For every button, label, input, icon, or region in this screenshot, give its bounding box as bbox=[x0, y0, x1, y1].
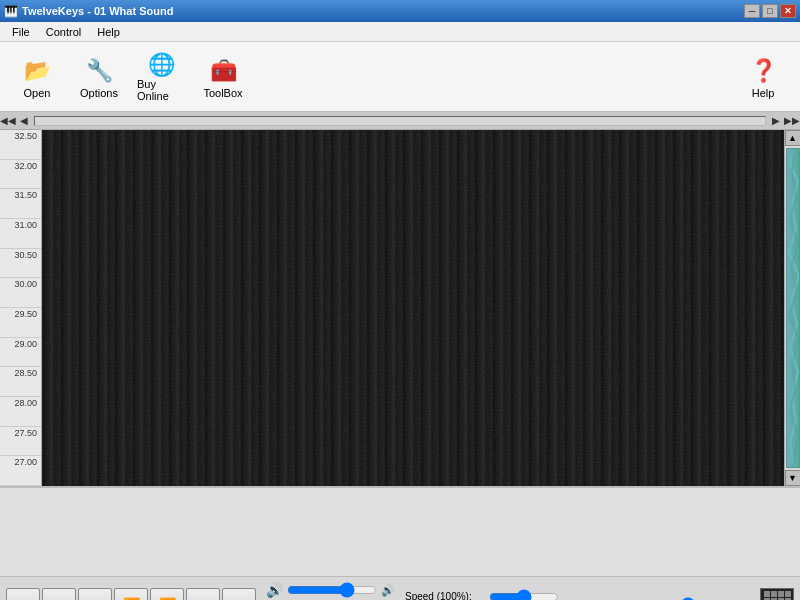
scroll-right-far[interactable]: ▶▶ bbox=[784, 113, 800, 129]
options-icon: 🔧 bbox=[83, 55, 115, 87]
toolbox-icon: 🧰 bbox=[207, 55, 239, 87]
y-label-7: 29.00 bbox=[0, 338, 41, 368]
volume-row: 🔊 🔊 bbox=[266, 582, 395, 598]
transport-bar: ▶ ■ ⏮ ⏪ ⏩ ⏸ ↺ 🔊 🔊 -42 -36 -30 -24 -18 -1… bbox=[0, 576, 800, 600]
help-icon: ❓ bbox=[747, 55, 779, 87]
y-label-11: 27.00 bbox=[0, 456, 41, 486]
toolbox-button[interactable]: 🧰 ToolBox bbox=[194, 47, 252, 107]
scroll-left[interactable]: ◀ bbox=[16, 113, 32, 129]
open-icon: 📂 bbox=[21, 55, 53, 87]
toolbar: 📂 Open 🔧 Options 🌐 Buy Online 🧰 ToolBox … bbox=[0, 42, 800, 112]
options-button[interactable]: 🔧 Options bbox=[70, 47, 128, 107]
y-axis: 32.50 32.00 31.50 31.00 30.50 30.00 29.5… bbox=[0, 130, 42, 486]
scroll-right[interactable]: ▶ bbox=[768, 113, 784, 129]
rewind-button[interactable]: ⏮ bbox=[78, 588, 112, 601]
app-icon: 🎹 bbox=[4, 5, 18, 18]
titlebar-title: 🎹 TwelveKeys - 01 What Sound bbox=[4, 5, 173, 18]
y-label-10: 27.50 bbox=[0, 427, 41, 457]
scroll-track-horizontal[interactable] bbox=[34, 116, 766, 126]
viewer-row: 32.50 32.00 31.50 31.00 30.50 30.00 29.5… bbox=[0, 130, 800, 486]
titlebar-controls: ─ □ ✕ bbox=[744, 4, 796, 18]
help-button[interactable]: ❓ Help bbox=[734, 47, 792, 107]
y-label-6: 29.50 bbox=[0, 308, 41, 338]
volume-section: 🔊 🔊 -42 -36 -30 -24 -18 -12 -6 0 bbox=[266, 582, 395, 600]
close-button[interactable]: ✕ bbox=[780, 4, 796, 18]
buy-icon: 🌐 bbox=[145, 52, 177, 78]
waveform-svg bbox=[787, 149, 800, 467]
speed-slider[interactable] bbox=[489, 591, 559, 601]
pause-button[interactable]: ⏸ bbox=[186, 588, 220, 601]
forward-button[interactable]: ⏩ bbox=[150, 588, 184, 601]
maximize-button[interactable]: □ bbox=[762, 4, 778, 18]
scroll-down-button[interactable]: ▼ bbox=[785, 470, 801, 486]
menubar: File Control Help bbox=[0, 22, 800, 42]
window-title: TwelveKeys - 01 What Sound bbox=[22, 5, 173, 17]
piano-keys: // rendered via CSS below bbox=[0, 491, 800, 576]
menu-help[interactable]: Help bbox=[89, 24, 128, 40]
titlebar: 🎹 TwelveKeys - 01 What Sound ─ □ ✕ bbox=[0, 0, 800, 22]
y-label-8: 28.50 bbox=[0, 367, 41, 397]
speaker-icon: 🔊 bbox=[266, 582, 283, 598]
grid-icon bbox=[764, 591, 791, 600]
svg-rect-0 bbox=[42, 130, 784, 486]
menu-control[interactable]: Control bbox=[38, 24, 89, 40]
loop-button[interactable]: ↺ bbox=[222, 588, 256, 601]
spectrogram[interactable] bbox=[42, 130, 784, 486]
speed-section: Speed (100%): Tuning (+0.0): bbox=[405, 591, 559, 601]
buy-online-button[interactable]: 🌐 Buy Online bbox=[132, 47, 190, 107]
y-label-1: 32.00 bbox=[0, 160, 41, 190]
stop-button[interactable]: ■ bbox=[42, 588, 76, 601]
horizontal-scrollbar: ◀◀ ◀ ▶ ▶▶ bbox=[0, 112, 800, 130]
back-button[interactable]: ⏪ bbox=[114, 588, 148, 601]
volume-slider[interactable] bbox=[287, 583, 377, 597]
play-button[interactable]: ▶ bbox=[6, 588, 40, 601]
y-label-2: 31.50 bbox=[0, 189, 41, 219]
help-label: Help bbox=[752, 87, 775, 99]
y-label-5: 30.00 bbox=[0, 278, 41, 308]
menu-file[interactable]: File bbox=[4, 24, 38, 40]
y-label-4: 30.50 bbox=[0, 249, 41, 279]
spectrogram-overlay bbox=[42, 130, 784, 486]
speaker-max-icon: 🔊 bbox=[381, 584, 395, 597]
piano-svg: // rendered via CSS below bbox=[0, 491, 800, 576]
toolbar-right: ❓ Help bbox=[734, 47, 792, 107]
right-scrollbar: ▲ ▼ bbox=[784, 130, 800, 486]
speed-label: Speed (100%): bbox=[405, 591, 485, 600]
main-area: ◀◀ ◀ ▶ ▶▶ 32.50 32.00 31.50 31.00 30.50 … bbox=[0, 112, 800, 576]
toolbox-label: ToolBox bbox=[203, 87, 242, 99]
y-label-9: 28.00 bbox=[0, 397, 41, 427]
y-label-0: 32.50 bbox=[0, 130, 41, 160]
speed-row: Speed (100%): bbox=[405, 591, 559, 601]
scroll-up-button[interactable]: ▲ bbox=[785, 130, 801, 146]
piano-area: // rendered via CSS below bbox=[0, 486, 800, 576]
minimize-button[interactable]: ─ bbox=[744, 4, 760, 18]
options-label: Options bbox=[80, 87, 118, 99]
y-label-3: 31.00 bbox=[0, 219, 41, 249]
grid-button[interactable] bbox=[760, 588, 794, 601]
open-label: Open bbox=[24, 87, 51, 99]
buy-label: Buy Online bbox=[137, 78, 185, 102]
scroll-left-far[interactable]: ◀◀ bbox=[0, 113, 16, 129]
waveform-thumbnail[interactable] bbox=[786, 148, 800, 468]
open-button[interactable]: 📂 Open bbox=[8, 47, 66, 107]
